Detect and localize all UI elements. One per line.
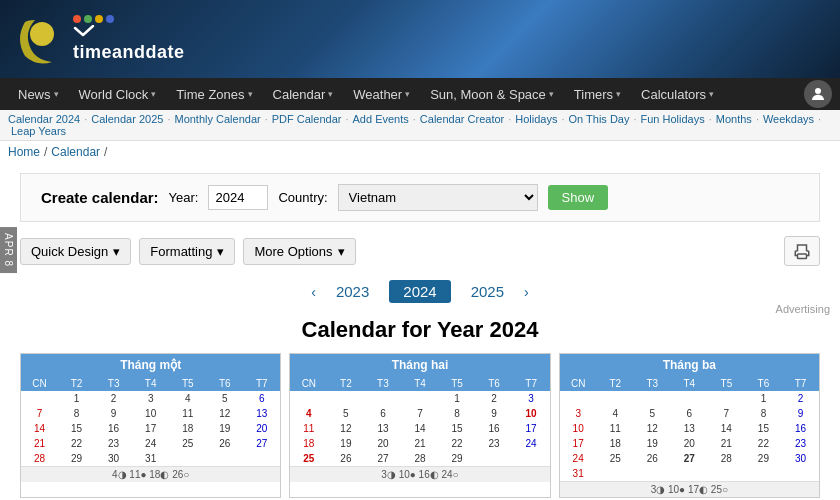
day-cell[interactable]: 26 — [634, 451, 671, 466]
day-cell[interactable]: 6 — [364, 406, 401, 421]
prev-year-link[interactable]: 2023 — [336, 283, 369, 300]
day-cell[interactable] — [364, 391, 401, 406]
day-cell[interactable]: 2 — [95, 391, 132, 406]
day-cell[interactable]: 15 — [745, 421, 782, 436]
day-cell[interactable] — [597, 391, 634, 406]
day-cell[interactable] — [401, 391, 438, 406]
breadcrumb-on-this-day[interactable]: On This Day — [569, 113, 630, 125]
day-cell[interactable]: 20 — [671, 436, 708, 451]
day-cell[interactable]: 16 — [476, 421, 513, 436]
breadcrumb-creator[interactable]: Calendar Creator — [420, 113, 504, 125]
breadcrumb-pdf[interactable]: PDF Calendar — [272, 113, 342, 125]
day-cell[interactable] — [290, 391, 327, 406]
day-cell[interactable]: 9 — [476, 406, 513, 421]
day-cell[interactable]: 17 — [513, 421, 550, 436]
next-year-link[interactable]: 2025 — [471, 283, 504, 300]
show-button[interactable]: Show — [548, 185, 609, 210]
day-cell[interactable]: 19 — [634, 436, 671, 451]
day-cell[interactable]: 15 — [439, 421, 476, 436]
day-cell[interactable] — [21, 391, 58, 406]
day-cell[interactable]: 6 — [243, 391, 280, 406]
breadcrumb-calendar-2025[interactable]: Calendar 2025 — [91, 113, 163, 125]
country-select[interactable]: Vietnam — [338, 184, 538, 211]
day-cell[interactable]: 8 — [58, 406, 95, 421]
day-cell[interactable]: 29 — [745, 451, 782, 466]
day-cell[interactable]: 28 — [21, 451, 58, 466]
day-cell[interactable]: 8 — [439, 406, 476, 421]
day-cell[interactable]: 31 — [132, 451, 169, 466]
day-cell[interactable]: 13 — [364, 421, 401, 436]
nav-calculators[interactable]: Calculators ▾ — [631, 78, 724, 110]
day-cell[interactable]: 26 — [327, 451, 364, 466]
day-cell[interactable] — [560, 391, 597, 406]
day-cell[interactable]: 8 — [745, 406, 782, 421]
day-cell[interactable]: 27 — [671, 451, 708, 466]
day-cell[interactable]: 24 — [560, 451, 597, 466]
day-cell[interactable]: 7 — [21, 406, 58, 421]
day-cell[interactable]: 16 — [782, 421, 819, 436]
day-cell[interactable]: 7 — [708, 406, 745, 421]
nav-time-zones[interactable]: Time Zones ▾ — [166, 78, 262, 110]
day-cell[interactable]: 5 — [206, 391, 243, 406]
day-cell[interactable]: 14 — [21, 421, 58, 436]
day-cell[interactable]: 4 — [169, 391, 206, 406]
nav-timers[interactable]: Timers ▾ — [564, 78, 631, 110]
day-cell[interactable] — [708, 391, 745, 406]
breadcrumb-leap-years[interactable]: Leap Years — [11, 125, 66, 137]
path-home[interactable]: Home — [8, 145, 40, 159]
day-cell[interactable]: 17 — [560, 436, 597, 451]
day-cell[interactable]: 20 — [243, 421, 280, 436]
day-cell[interactable]: 11 — [169, 406, 206, 421]
day-cell[interactable]: 5 — [634, 406, 671, 421]
breadcrumb-holidays[interactable]: Holidays — [515, 113, 557, 125]
day-cell[interactable]: 29 — [439, 451, 476, 466]
day-cell[interactable]: 1 — [439, 391, 476, 406]
day-cell[interactable]: 21 — [708, 436, 745, 451]
day-cell[interactable]: 24 — [132, 436, 169, 451]
day-cell[interactable]: 2 — [782, 391, 819, 406]
day-cell[interactable]: 15 — [58, 421, 95, 436]
path-calendar[interactable]: Calendar — [51, 145, 100, 159]
day-cell[interactable]: 16 — [95, 421, 132, 436]
day-cell[interactable]: 3 — [513, 391, 550, 406]
day-cell[interactable]: 28 — [708, 451, 745, 466]
day-cell[interactable] — [634, 391, 671, 406]
day-cell[interactable]: 10 — [513, 406, 550, 421]
next-year-arrow[interactable]: › — [524, 284, 529, 300]
day-cell[interactable]: 18 — [290, 436, 327, 451]
day-cell[interactable]: 9 — [782, 406, 819, 421]
day-cell[interactable]: 4 — [290, 406, 327, 421]
more-options-button[interactable]: More Options ▾ — [243, 238, 355, 265]
account-icon[interactable] — [804, 80, 832, 108]
day-cell[interactable]: 23 — [95, 436, 132, 451]
day-cell[interactable]: 22 — [439, 436, 476, 451]
day-cell[interactable]: 27 — [364, 451, 401, 466]
print-button[interactable] — [784, 236, 820, 266]
day-cell[interactable]: 11 — [597, 421, 634, 436]
day-cell[interactable]: 6 — [671, 406, 708, 421]
day-cell[interactable]: 12 — [634, 421, 671, 436]
breadcrumb-add-events[interactable]: Add Events — [353, 113, 409, 125]
breadcrumb-weekdays[interactable]: Weekdays — [763, 113, 814, 125]
day-cell[interactable]: 30 — [95, 451, 132, 466]
nav-calendar[interactable]: Calendar ▾ — [263, 78, 344, 110]
day-cell[interactable]: 20 — [364, 436, 401, 451]
day-cell[interactable]: 23 — [782, 436, 819, 451]
quick-design-button[interactable]: Quick Design ▾ — [20, 238, 131, 265]
day-cell[interactable]: 19 — [206, 421, 243, 436]
day-cell[interactable]: 25 — [169, 436, 206, 451]
day-cell[interactable]: 21 — [21, 436, 58, 451]
nav-world-clock[interactable]: World Clock ▾ — [69, 78, 167, 110]
day-cell[interactable]: 24 — [513, 436, 550, 451]
day-cell[interactable]: 12 — [206, 406, 243, 421]
day-cell[interactable]: 13 — [671, 421, 708, 436]
day-cell[interactable]: 5 — [327, 406, 364, 421]
day-cell[interactable]: 19 — [327, 436, 364, 451]
day-cell[interactable]: 3 — [132, 391, 169, 406]
day-cell[interactable]: 28 — [401, 451, 438, 466]
day-cell[interactable]: 30 — [782, 451, 819, 466]
breadcrumb-monthly[interactable]: Monthly Calendar — [174, 113, 260, 125]
day-cell[interactable]: 9 — [95, 406, 132, 421]
day-cell[interactable]: 2 — [476, 391, 513, 406]
day-cell[interactable]: 10 — [132, 406, 169, 421]
